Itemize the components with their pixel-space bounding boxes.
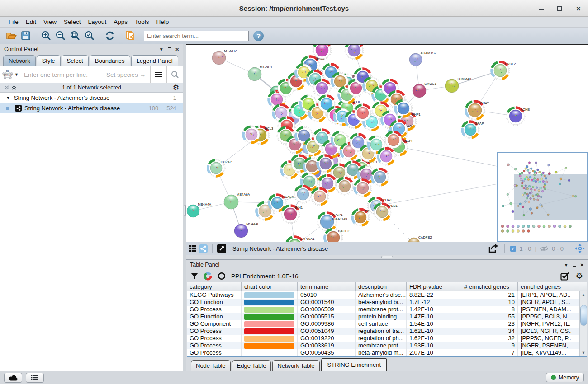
scroll-up-icon[interactable]: ▲ <box>582 291 586 299</box>
set-species-label[interactable]: Set species → <box>106 71 146 78</box>
network-node[interactable]: MS4A4A <box>187 202 211 217</box>
zoom-fit-button[interactable] <box>68 29 82 42</box>
table-panel-splitter[interactable] <box>186 255 588 259</box>
column-header[interactable]: chart color <box>242 282 298 291</box>
menu-item-view[interactable]: View <box>40 17 60 27</box>
save-session-button[interactable] <box>19 29 33 42</box>
menu-item-file[interactable]: File <box>5 17 22 27</box>
network-collection-row[interactable]: ▼ String Network - Alzheimer's disease 1 <box>0 93 183 103</box>
scrollbar-thumb[interactable] <box>580 305 587 326</box>
network-node[interactable]: CADPS2 <box>408 235 432 242</box>
settings-gear-icon[interactable]: ⚙ <box>576 271 583 281</box>
network-node[interactable] <box>313 79 331 97</box>
ring-chart-icon[interactable] <box>218 272 226 280</box>
panel-splitter[interactable] <box>183 44 186 371</box>
network-node[interactable] <box>394 99 413 117</box>
column-header[interactable]: enriched genes <box>518 282 571 291</box>
column-header[interactable]: # enriched genes <box>461 282 518 291</box>
network-node[interactable]: SMUG1 <box>413 82 436 98</box>
export-network-icon[interactable] <box>488 244 499 253</box>
table-row[interactable]: GO ProcessGO:0051049regulation of tra...… <box>187 328 587 335</box>
table-row[interactable]: GO ProcessGO:0050435beta-amyloid m...2.0… <box>187 349 587 356</box>
network-node[interactable]: BIN1 <box>281 205 303 224</box>
tab-string-enrichment[interactable]: STRING Enrichment <box>321 358 387 371</box>
tab-select[interactable]: Select <box>62 55 89 66</box>
table-row[interactable]: KEGG Pathways05010Alzheimer's dise...8.8… <box>187 291 587 299</box>
tab-boundaries[interactable]: Boundaries <box>90 55 130 66</box>
selected-nodes-checkbox-icon[interactable]: ✓ <box>510 246 516 252</box>
filter-icon[interactable] <box>191 273 198 280</box>
table-row[interactable]: GO ProcessGO:0019220regulation of ph...1… <box>187 335 587 342</box>
network-node[interactable] <box>354 179 372 197</box>
string-source-selector[interactable]: STRING ▼ <box>0 66 20 83</box>
scroll-down-icon[interactable]: ▼ <box>582 349 586 356</box>
network-node[interactable]: MS4A4E <box>234 222 260 238</box>
network-node[interactable]: CYP19A1 <box>285 236 314 242</box>
table-scrollbar[interactable]: ▲ ▼ <box>579 291 587 356</box>
birdseye-view[interactable] <box>497 152 588 242</box>
network-node[interactable] <box>377 147 395 165</box>
column-header[interactable]: category <box>187 282 242 291</box>
network-node[interactable]: ADAMTS2 <box>409 51 436 66</box>
tab-edge-table[interactable]: Edge Table <box>232 360 271 371</box>
tab-style[interactable]: Style <box>37 55 61 66</box>
network-view-canvas[interactable]: MT-ND2MT-ND1VSNL1GAB2ADAMTS2PVRL2TOMM40S… <box>186 44 588 242</box>
network-node[interactable]: MS4A6A <box>224 192 250 209</box>
birdseye-toggle-icon[interactable] <box>575 244 585 253</box>
tab-network[interactable]: Network <box>3 55 36 66</box>
open-session-button[interactable] <box>4 29 19 42</box>
network-node[interactable] <box>311 187 329 206</box>
network-node[interactable]: TOMM40 <box>445 77 471 93</box>
help-button[interactable]: ? <box>253 31 264 41</box>
zoom-selected-button[interactable] <box>82 29 97 42</box>
network-node[interactable]: CD2AP <box>207 159 232 177</box>
column-header[interactable]: description <box>356 282 407 291</box>
menu-item-edit[interactable]: Edit <box>22 17 40 27</box>
menu-item-select[interactable]: Select <box>60 17 85 27</box>
grid-view-icon[interactable] <box>189 245 196 252</box>
network-node[interactable] <box>242 126 261 144</box>
maximize-button[interactable] <box>557 6 564 11</box>
expander-triangle-icon[interactable]: ▼ <box>6 95 10 100</box>
table-row[interactable]: GO ProcessGO:0006509membrane prot...1.42… <box>187 306 587 313</box>
network-node[interactable]: ACHE <box>506 107 530 126</box>
table-row[interactable]: GO FunctionGO:0001540beta-amyloid bi...1… <box>187 299 587 306</box>
close-button[interactable]: ✕ <box>575 5 582 12</box>
import-network-button[interactable] <box>123 29 138 42</box>
network-node[interactable]: PVRL2 <box>491 61 516 80</box>
network-overview-icon[interactable] <box>199 244 208 253</box>
network-row[interactable]: String Network - Alzheimer's disease 100… <box>0 103 183 113</box>
network-node[interactable] <box>336 177 354 195</box>
panel-menu-icon[interactable]: ▼ <box>564 262 569 267</box>
close-panel-icon[interactable]: ✕ <box>175 47 179 52</box>
menu-item-layout[interactable]: Layout <box>85 17 110 27</box>
table-row[interactable]: GO ComponentGO:0009986cell surface1.54E-… <box>187 320 587 328</box>
gear-icon[interactable]: ⚙ <box>173 84 179 91</box>
memory-button[interactable]: Memory <box>546 373 584 382</box>
network-node[interactable] <box>371 168 389 186</box>
tab-network-table[interactable]: Network Table <box>272 360 319 371</box>
enrichment-chart-icon[interactable] <box>204 272 212 281</box>
string-options-button[interactable] <box>150 66 166 83</box>
table-row[interactable]: GO ProcessGO:0033619membrane prot...1.93… <box>187 342 587 349</box>
network-node[interactable]: CHAT <box>465 100 489 120</box>
float-panel-icon[interactable] <box>573 263 576 267</box>
close-panel-icon[interactable]: ✕ <box>580 262 584 267</box>
zoom-in-button[interactable] <box>39 29 53 42</box>
hidden-eye-icon[interactable] <box>540 246 548 252</box>
menu-item-help[interactable]: Help <box>152 17 172 27</box>
column-header[interactable]: term name <box>298 282 356 291</box>
network-node[interactable] <box>294 185 312 203</box>
zoom-out-button[interactable] <box>53 29 68 42</box>
tab-node-table[interactable]: Node Table <box>191 360 231 371</box>
splitter-handle[interactable] <box>381 256 393 258</box>
detach-view-icon[interactable] <box>217 244 226 253</box>
refresh-button[interactable] <box>103 29 117 42</box>
network-node[interactable] <box>345 45 364 60</box>
table-row[interactable]: GO FunctionGO:0005515protein binding1.47… <box>187 313 587 320</box>
float-panel-icon[interactable] <box>168 47 171 51</box>
menu-item-tools[interactable]: Tools <box>131 17 153 27</box>
minimize-button[interactable] <box>539 7 546 10</box>
column-header[interactable]: FDR p-value <box>407 282 461 291</box>
panel-menu-icon[interactable]: ▼ <box>159 47 164 52</box>
